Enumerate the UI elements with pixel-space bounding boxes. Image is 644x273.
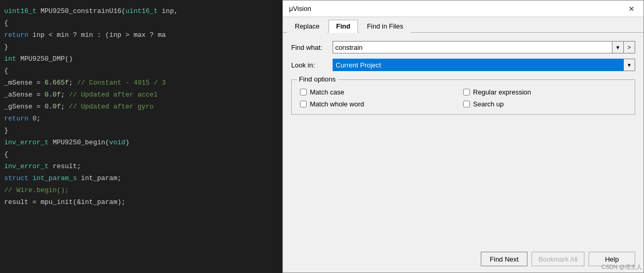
checkbox-match-whole-word[interactable] xyxy=(300,101,307,107)
tab-find[interactable]: Find xyxy=(328,20,358,33)
dialog-titlebar: μVision ✕ xyxy=(283,1,643,17)
checkbox-label: Search up xyxy=(473,100,504,108)
close-button[interactable]: ✕ xyxy=(626,3,637,15)
options-grid: Match caseRegular expressionMatch whole … xyxy=(300,88,626,108)
checkbox-row: Match case xyxy=(300,88,463,96)
checkbox-label: Match case xyxy=(310,88,344,96)
checkbox-label: Match whole word xyxy=(310,100,364,108)
find-what-row: Find what: ▼ > xyxy=(291,41,635,53)
find-what-input-wrap: ▼ > xyxy=(333,41,635,53)
checkbox-row: Regular expression xyxy=(463,88,626,96)
look-in-label: Look in: xyxy=(291,61,333,69)
find-what-next[interactable]: > xyxy=(624,41,635,53)
checkbox-search-up[interactable] xyxy=(463,101,470,107)
dialog-tabs: ReplaceFindFind in Files xyxy=(283,17,643,33)
options-legend: Find options xyxy=(297,75,338,83)
find-dialog: μVision ✕ ReplaceFindFind in Files Find … xyxy=(282,0,644,273)
checkbox-row: Search up xyxy=(463,100,626,108)
checkbox-label: Regular expression xyxy=(473,88,531,96)
tab-find-in-files[interactable]: Find in Files xyxy=(359,20,411,33)
tab-replace[interactable]: Replace xyxy=(287,20,327,33)
find-what-label: Find what: xyxy=(291,44,333,51)
watermark: CSDN @埋主人 xyxy=(602,263,642,271)
look-in-input-wrap: ▼ xyxy=(333,59,635,71)
bookmark-all-button: Bookmark All xyxy=(532,252,584,266)
look-in-input[interactable] xyxy=(333,59,624,71)
find-next-button[interactable]: Find Next xyxy=(481,252,527,266)
dialog-footer: Find NextBookmark AllHelp xyxy=(283,248,643,272)
checkbox-row: Match whole word xyxy=(300,100,463,108)
checkbox-match-case[interactable] xyxy=(300,89,307,95)
look-in-dropdown[interactable]: ▼ xyxy=(624,59,635,71)
code-editor: uint16_t MPU9250_constrainU16(uint16_t i… xyxy=(0,0,285,273)
checkbox-regular-expression[interactable] xyxy=(463,89,470,95)
look-in-row: Look in: ▼ xyxy=(291,59,635,71)
find-options-group: Find options Match caseRegular expressio… xyxy=(291,79,635,115)
dialog-title: μVision xyxy=(289,5,311,12)
find-what-dropdown[interactable]: ▼ xyxy=(612,41,624,53)
find-what-input[interactable] xyxy=(333,41,612,53)
dialog-body: Find what: ▼ > Look in: ▼ Find options M… xyxy=(283,33,643,248)
